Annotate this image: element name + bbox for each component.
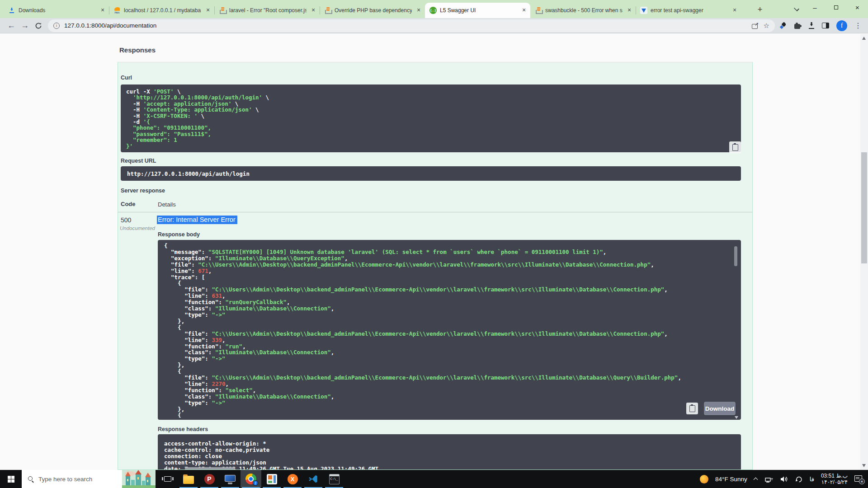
share-icon[interactable] [752,23,759,29]
chrome-icon: f [245,474,256,484]
tab-label: Downloads [19,7,96,14]
code-column-header: Code [121,201,136,207]
tab-close-icon[interactable]: × [731,7,738,14]
taskbar-search[interactable]: Type here to search [22,470,156,488]
code-line: { [164,324,741,331]
tab-close-icon[interactable]: × [626,7,633,14]
tab-close-icon[interactable]: × [204,7,212,14]
tab-close-icon[interactable]: × [99,7,106,14]
start-button[interactable] [0,470,22,488]
download-button[interactable]: Download [704,402,736,415]
so-favicon-icon [324,7,331,14]
code-line: "class": "Illuminate\\Database\\Connecti… [164,394,741,400]
scrollbar-thumb[interactable] [861,152,867,263]
browser-tab-l5-swagger[interactable]: L5 Swagger UI× [425,3,530,18]
task-view-icon [164,476,171,482]
code-line: "type": "->" [164,312,741,318]
url-text[interactable]: 127.0.0.1:8000/api/documentation [64,22,747,29]
new-tab-button[interactable]: + [754,4,766,15]
pma-favicon-icon [113,7,121,14]
details-column-header: Details [158,201,176,208]
curl-copy-button[interactable] [729,141,741,153]
side-panel-icon[interactable] [822,23,829,28]
weather-text[interactable]: 84°F Sunny [715,476,747,483]
code-line: "type": "->" [164,400,741,406]
language-indicator[interactable]: فا [810,476,814,483]
scrollbar-down-arrow-icon[interactable] [862,464,866,467]
bookmark-star-icon[interactable]: ☆ [764,22,769,30]
site-info-icon[interactable]: i [53,23,60,29]
reload-icon [35,22,42,29]
minimize-button[interactable]: – [804,0,826,14]
browser-tab-error-test[interactable]: error test api-swagger× [636,3,741,18]
back-button[interactable]: ← [5,19,18,33]
tab-label: Override PHP base dependency [335,7,412,14]
volume-icon[interactable] [780,476,788,483]
taskbar-app-file-explorer[interactable] [178,470,199,488]
taskbar-app-remote-pc[interactable] [220,470,241,488]
weather-sun-icon[interactable] [700,475,708,483]
tab-close-icon[interactable]: × [415,7,422,14]
taskbar-clock[interactable]: 03:51 ب.ظ ۱۴۰۲/۰۵/۲۴ [821,473,848,485]
error-status-text: Error: Internal Server Error [157,216,237,224]
response-body-scrollbar[interactable] [734,246,737,266]
taskbar-app-chrome[interactable]: f [241,470,261,488]
profile-avatar[interactable]: f [836,20,847,31]
code-line: "class": "Illuminate\\Database\\Connecti… [164,349,741,356]
network-icon[interactable] [765,476,774,483]
code-line: }, [164,406,741,413]
taskbar-app-xampp[interactable]: X [282,470,303,488]
extensions-icon[interactable] [794,22,801,29]
notification-center-icon[interactable]: ● [854,475,863,483]
search-highlight-illustration[interactable] [122,470,156,488]
code-line: }' [126,143,736,149]
system-tray: 84°F Sunny فا 03:51 ب.ظ ۱۴۰۲/۰۵/۲۴ ● [700,473,868,485]
file-explorer-icon [183,476,194,484]
responses-title: Responses [119,46,156,54]
response-body-copy-button[interactable] [686,403,698,414]
browser-tab-laravel-error[interactable]: laravel - Error "Root composer.js× [214,3,320,18]
code-line: curl -X 'POST' \ [126,89,736,94]
browser-tab-swashbuckle[interactable]: swashbuckle - 500 Error when se× [530,3,636,18]
code-line: "type": "->" [164,356,741,362]
downloads-icon[interactable] [808,22,815,29]
tab-close-icon[interactable]: × [310,7,317,14]
menu-kebab-icon[interactable]: ⋮ [854,21,862,30]
reload-button[interactable] [32,19,45,33]
tab-close-icon[interactable]: × [520,7,528,14]
clock-time: 03:51 ب.ظ [821,473,848,479]
taskbar-app-office[interactable] [261,470,282,488]
tray-expand-chevron-icon[interactable] [754,477,758,481]
code-line: content-type: application/json [164,460,741,466]
browser-tab-downloads[interactable]: Downloads× [4,3,109,18]
scroll-down-arrow-icon[interactable] [735,416,738,419]
color-picker-icon[interactable] [779,22,787,29]
code-line: "function": "runQueryCallback", [164,299,741,305]
rotation-lock-icon[interactable] [795,476,803,483]
scrollbar-up-arrow-icon[interactable] [862,37,866,40]
code-line: "file": "C:\\Users\\Admin\\Desktop\\back… [164,262,741,268]
browser-tab-override-php[interactable]: Override PHP base dependency× [320,3,425,18]
taskbar-app-vscode[interactable] [303,470,324,488]
page-scrollbar[interactable] [860,34,868,470]
code-line: cache-control: no-cache,private [164,447,741,453]
code-line: "message": "SQLSTATE[HY000] [1049] Unkno… [164,249,741,255]
code-line: "file": "C:\\Users\\Admin\\Desktop\\back… [164,375,741,381]
code-line: access-control-allow-origin: * [164,441,741,447]
tab-search-chevron-icon[interactable] [794,5,799,11]
code-line: "phone": "09110001100", [126,125,736,131]
code-line: "function": "run", [164,343,741,350]
code-line: "class": "Illuminate\\Database\\Connecti… [164,305,741,312]
code-line: "file": "C:\\Users\\Admin\\Desktop\\back… [164,331,741,337]
browser-tab-phpmyadmin[interactable]: localhost / 127.0.0.1 / mydataba× [109,3,214,18]
response-body-code[interactable]: { "message": "SQLSTATE[HY000] [1049] Unk… [158,240,741,420]
restore-button[interactable] [826,0,847,14]
taskbar-app-psiphon[interactable]: P [199,470,220,488]
taskbar-app-task-view[interactable] [157,470,178,488]
search-placeholder: Type here to search [38,476,92,483]
forward-button[interactable]: → [18,19,32,33]
taskbar-app-cmd[interactable]: C:\_ [324,470,344,488]
close-window-button[interactable]: × [847,0,868,14]
tab-label: localhost / 127.0.0.1 / mydataba [124,7,201,14]
address-bar[interactable]: i 127.0.0.1:8000/api/documentation ☆ [48,19,775,32]
